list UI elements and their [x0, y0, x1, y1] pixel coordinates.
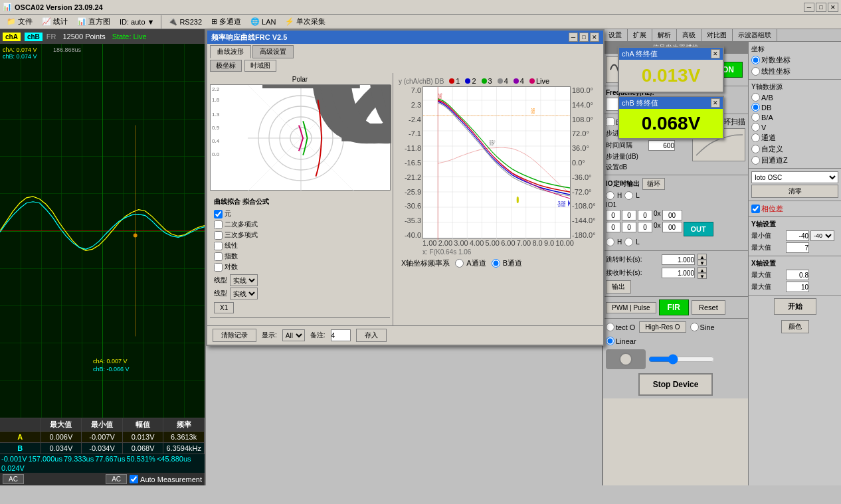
db-radio[interactable]: [751, 103, 760, 112]
phase-checkbox[interactable]: [751, 205, 760, 213]
frc-subtab-time[interactable]: 时域图: [244, 60, 276, 72]
close-button[interactable]: ✕: [828, 3, 838, 12]
main-slider[interactable]: [648, 354, 715, 365]
frc-tab-advanced[interactable]: 高级设置: [252, 45, 294, 58]
frc-tab-curves[interactable]: 曲线波形: [210, 45, 251, 58]
detect-radio-label[interactable]: tect O: [606, 323, 635, 331]
y-min-input[interactable]: [786, 230, 809, 241]
frc-subtab-polar[interactable]: 极坐标: [210, 60, 242, 72]
right-tab-osc-group[interactable]: 示波器组联: [733, 29, 777, 41]
receive-down[interactable]: ▼: [698, 273, 707, 279]
x-radio-b-input[interactable]: [492, 259, 500, 268]
phase-cb-label[interactable]: 相位差: [751, 204, 838, 214]
v-radio-label[interactable]: V: [751, 123, 838, 131]
linear-radio[interactable]: [606, 337, 614, 345]
v-radio[interactable]: [751, 123, 760, 131]
right-tab-advanced[interactable]: 高级: [677, 29, 701, 41]
jump-input[interactable]: [662, 254, 695, 265]
auto-scan-checkbox[interactable]: [606, 118, 614, 126]
ab-radio-label[interactable]: A/B: [751, 93, 838, 102]
display-select[interactable]: All: [282, 329, 305, 341]
maximize-button[interactable]: □: [816, 3, 826, 12]
chb-popup-close[interactable]: ✕: [711, 98, 720, 108]
sine-radio[interactable]: [690, 323, 699, 331]
reset-btn[interactable]: Reset: [692, 300, 725, 315]
channel-z-radio-label[interactable]: 回通道Z: [751, 155, 838, 165]
l-radio-1[interactable]: [624, 191, 633, 200]
linear-coord-radio[interactable]: [751, 67, 760, 76]
io-in-4[interactable]: [606, 222, 620, 232]
cf-logarithmic[interactable]: 对数: [214, 262, 386, 272]
line-type-select-2[interactable]: 实线: [230, 288, 258, 299]
menu-file[interactable]: 📁 文件: [3, 15, 37, 28]
channel-radio[interactable]: [751, 133, 760, 142]
right-tab-extend[interactable]: 扩展: [628, 29, 652, 41]
custom-radio-label[interactable]: 自定义: [751, 144, 838, 154]
clear-zero-btn[interactable]: 清零: [751, 185, 838, 198]
cf-none[interactable]: 元: [214, 209, 386, 218]
x-radio-a-input[interactable]: [455, 259, 464, 268]
h-radio-2[interactable]: [606, 238, 614, 246]
receive-up[interactable]: ▲: [698, 267, 707, 273]
fir-btn[interactable]: FIR: [659, 299, 689, 315]
db-radio-label[interactable]: DB: [751, 103, 838, 112]
custom-radio[interactable]: [751, 145, 760, 153]
io-hex-val-2[interactable]: [662, 222, 682, 232]
clear-records-btn[interactable]: 清除记录: [213, 329, 256, 342]
log-coord-label[interactable]: 对数坐标: [751, 55, 838, 65]
cf-quadratic[interactable]: 二次多项式: [214, 220, 386, 229]
auto-measurement-label[interactable]: Auto Measurement: [130, 475, 202, 483]
channel-z-radio[interactable]: [751, 156, 760, 165]
x-max-input-1[interactable]: [786, 270, 809, 280]
line-type-select-1[interactable]: 实线: [230, 274, 258, 286]
ac-button-b[interactable]: AC: [106, 474, 127, 484]
l-radio-2[interactable]: [624, 238, 633, 246]
frc-close-btn[interactable]: ✕: [590, 33, 599, 42]
io-hex-val-1[interactable]: [662, 210, 682, 220]
time-input[interactable]: [648, 140, 675, 151]
menu-single[interactable]: ⚡ 单次采集: [281, 15, 329, 28]
h-radio-1[interactable]: [606, 191, 614, 200]
right-tab-parse[interactable]: 解析: [652, 29, 677, 41]
linear-radio-label[interactable]: Linear: [606, 337, 636, 345]
jump-down[interactable]: ▼: [698, 260, 707, 266]
y-min-select[interactable]: -40: [810, 230, 834, 241]
ioto-select[interactable]: Ioto OSC: [751, 171, 838, 183]
cf-exponential[interactable]: 指数: [214, 252, 386, 261]
ba-radio-label[interactable]: B/A: [751, 113, 838, 122]
frc-maximize-btn[interactable]: □: [579, 33, 589, 42]
channel-radio-label[interactable]: 通道: [751, 133, 838, 143]
receive-input[interactable]: [662, 268, 695, 278]
right-tab-compare[interactable]: 对比图: [701, 29, 733, 41]
auto-measurement-checkbox[interactable]: [130, 475, 138, 483]
high-res-btn[interactable]: High-Res O: [639, 321, 686, 333]
x-radio-b[interactable]: B通道: [492, 258, 522, 268]
ba-radio[interactable]: [751, 113, 760, 122]
frc-minimize-btn[interactable]: ─: [569, 33, 578, 42]
x-radio-a[interactable]: A通道: [455, 258, 486, 268]
io-in-2[interactable]: [622, 210, 636, 220]
out-btn[interactable]: OUT: [684, 222, 713, 236]
io-in-5[interactable]: [622, 222, 636, 232]
menu-lan[interactable]: 🌐 LAN: [246, 16, 280, 27]
io-in-6[interactable]: [638, 222, 652, 232]
io-in-1[interactable]: [606, 210, 620, 220]
y-max-input[interactable]: [786, 242, 809, 253]
output-btn[interactable]: 输出: [606, 280, 631, 294]
menu-id[interactable]: ID: auto ▼: [116, 17, 158, 27]
start-btn[interactable]: 开始: [774, 298, 816, 315]
menu-multichannel[interactable]: ⊞ 多通道: [207, 15, 245, 28]
cf-linear[interactable]: 线性: [214, 241, 386, 250]
menu-line[interactable]: 📈 线计: [38, 15, 72, 28]
x-max-input-2[interactable]: [786, 282, 809, 292]
right-tab-settings[interactable]: 设置: [603, 29, 628, 41]
ac-button-a[interactable]: AC: [3, 474, 24, 484]
notes-input[interactable]: [331, 329, 351, 341]
menu-rs232[interactable]: 🔌 RS232: [164, 16, 206, 27]
detect-radio[interactable]: [606, 323, 614, 331]
cha-popup-close[interactable]: ✕: [711, 49, 720, 58]
jump-up[interactable]: ▲: [698, 254, 707, 260]
log-coord-radio[interactable]: [751, 56, 760, 64]
pwm-pulse-btn[interactable]: PWM | Pulse: [606, 302, 656, 313]
circle-btn[interactable]: 循环: [642, 178, 665, 190]
